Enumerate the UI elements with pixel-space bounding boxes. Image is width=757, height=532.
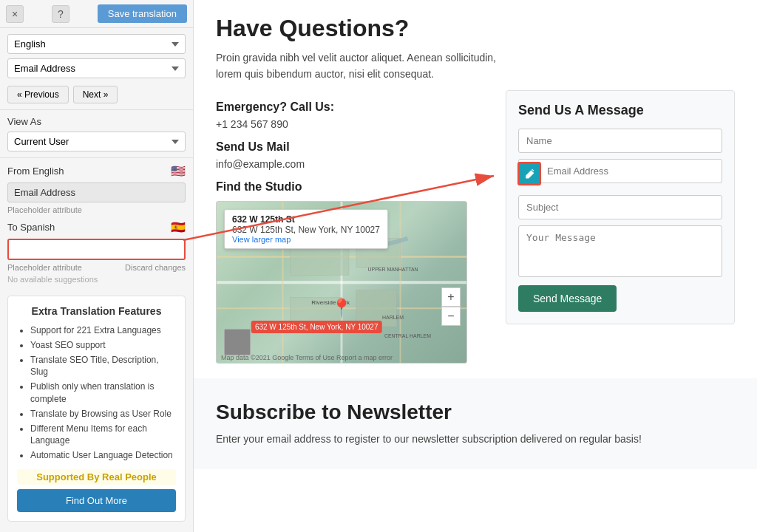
left-column: Emergency? Call Us: +1 234 567 890 Send … xyxy=(216,90,491,364)
nav-buttons: « Previous Next » xyxy=(7,86,186,103)
language-select[interactable]: English xyxy=(7,34,186,54)
prev-button[interactable]: « Previous xyxy=(7,86,69,103)
to-placeholder-label: Placeholder attribute xyxy=(7,263,82,272)
no-suggestions-text: No available suggestions xyxy=(7,275,186,284)
find-studio-heading: Find the Studio xyxy=(216,180,491,194)
to-spanish-header: To Spanish 🇪🇸 xyxy=(7,220,186,234)
email-field[interactable] xyxy=(518,159,722,183)
from-english-field: Email Address xyxy=(7,183,186,202)
emergency-phone: +1 234 567 890 xyxy=(216,118,491,130)
email-field-wrapper xyxy=(518,159,722,189)
placeholder-discard-row: Placeholder attribute Discard changes xyxy=(7,263,186,272)
map-container: Riverside Park UPPER MANHATTAN HARLEM CE… xyxy=(216,201,467,364)
field-select[interactable]: Email Address xyxy=(7,58,186,78)
from-placeholder-label: Placeholder attribute xyxy=(7,205,186,214)
zoom-in-button[interactable]: + xyxy=(441,287,461,307)
supported-badge: Supported By Real People xyxy=(17,469,176,485)
view-as-label: View As xyxy=(7,116,186,127)
find-out-button[interactable]: Find Out More xyxy=(17,489,176,512)
map-zoom-controls: + − xyxy=(441,287,461,326)
map-thumbnail xyxy=(224,329,251,355)
list-item: Translate SEO Title, Description, Slug xyxy=(30,354,176,379)
discard-changes-link[interactable]: Discard changes xyxy=(125,263,186,272)
extra-features-title: Extra Translation Features xyxy=(17,305,176,317)
svg-text:UPPER MANHATTAN: UPPER MANHATTAN xyxy=(368,267,418,272)
from-english-header: From English 🇺🇸 xyxy=(7,164,186,178)
send-mail-heading: Send Us Mail xyxy=(216,140,491,154)
list-item: Different Menu Items for each Language xyxy=(30,423,176,448)
from-english-title: From English xyxy=(7,166,64,177)
sidebar: × ? Save translation English Email Addre… xyxy=(0,0,194,532)
subscribe-text: Enter your email address to register to … xyxy=(216,432,735,447)
pencil-icon xyxy=(523,168,535,180)
spanish-flag-icon: 🇪🇸 xyxy=(171,220,186,234)
view-as-section: View As Current User xyxy=(0,110,193,158)
map-view-larger[interactable]: View larger map xyxy=(232,235,380,244)
map-pin-label: 632 W 125th St, New York, NY 10027 xyxy=(251,321,382,333)
svg-text:CENTRAL HARLEM: CENTRAL HARLEM xyxy=(384,333,431,338)
list-item: Support for 221 Extra Languages xyxy=(30,324,176,337)
message-field[interactable] xyxy=(518,225,722,277)
subscribe-title: Subscribe to Newsletter xyxy=(216,400,735,424)
zoom-out-button[interactable]: − xyxy=(441,307,461,326)
list-item: Publish only when translation is complet… xyxy=(30,381,176,406)
content-area: Emergency? Call Us: +1 234 567 890 Send … xyxy=(194,90,757,364)
sidebar-top-bar: × ? Save translation xyxy=(0,0,193,28)
next-button[interactable]: Next » xyxy=(73,86,118,103)
page-title-section: Have Questions? Proin gravida nibh vel v… xyxy=(194,0,757,90)
page-title: Have Questions? xyxy=(216,15,735,42)
english-flag-icon: 🇺🇸 xyxy=(171,164,186,178)
language-section: English Email Address « Previous Next » xyxy=(0,28,193,110)
save-translation-button[interactable]: Save translation xyxy=(98,4,187,23)
list-item: Yoast SEO support xyxy=(30,339,176,352)
to-spanish-input-row xyxy=(7,239,186,263)
extra-features-box: Extra Translation Features Support for 2… xyxy=(7,296,186,522)
email-icon-button[interactable] xyxy=(517,162,541,185)
svg-text:HARLEM: HARLEM xyxy=(382,315,404,320)
emergency-heading: Emergency? Call Us: xyxy=(216,100,491,114)
subject-field[interactable] xyxy=(518,195,722,219)
extra-features-list: Support for 221 Extra Languages Yoast SE… xyxy=(17,324,176,462)
map-popup-address: 632 W 125th St, New York, NY 10027 xyxy=(232,225,380,235)
contact-form-title: Send Us A Message xyxy=(518,103,722,118)
to-spanish-title: To Spanish xyxy=(7,222,55,233)
to-spanish-input[interactable] xyxy=(7,239,186,260)
from-english-section: From English 🇺🇸 Email Address Placeholde… xyxy=(0,158,193,290)
page-intro-text: Proin gravida nibh vel velit auctor aliq… xyxy=(216,50,512,83)
list-item: Translate by Browsing as User Role xyxy=(30,408,176,420)
help-icon[interactable]: ? xyxy=(52,5,69,23)
map-popup-title: 632 W 125th St xyxy=(232,214,380,225)
current-user-select[interactable]: Current User xyxy=(7,132,186,151)
contact-form-box: Send Us A Message Send Message xyxy=(506,90,735,324)
name-field[interactable] xyxy=(518,129,722,153)
send-message-button[interactable]: Send Message xyxy=(518,285,617,312)
close-icon[interactable]: × xyxy=(6,5,24,23)
list-item: Automatic User Language Detection xyxy=(30,449,176,462)
map-pin-icon: 📍 xyxy=(330,298,353,318)
map-popup: 632 W 125th St 632 W 125th St, New York,… xyxy=(224,209,388,249)
subscribe-section: Subscribe to Newsletter Enter your email… xyxy=(194,378,757,469)
map-footer: Map data ©2021 Google Terms of Use Repor… xyxy=(221,354,393,361)
right-column: Send Us A Message Send Message xyxy=(506,90,735,364)
send-mail-email: info@example.com xyxy=(216,158,491,170)
main-content: Have Questions? Proin gravida nibh vel v… xyxy=(194,0,757,532)
